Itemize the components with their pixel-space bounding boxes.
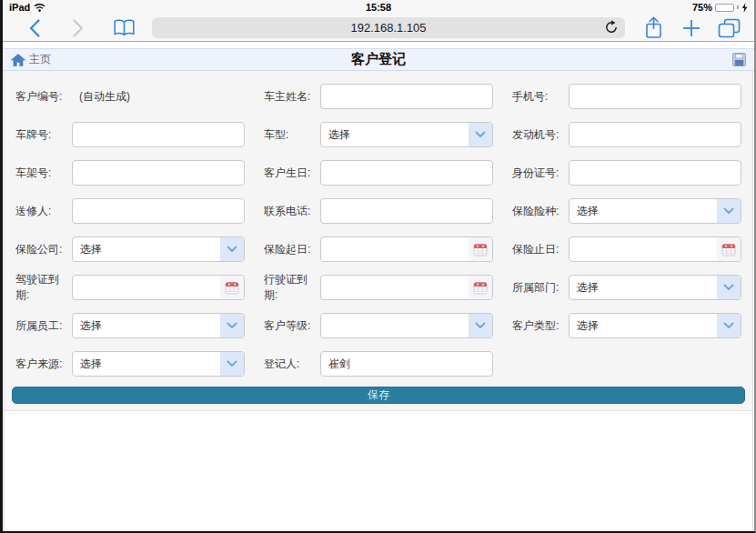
employee-label: 所属员工:: [15, 318, 72, 334]
insurance-type-label: 保险险种:: [512, 204, 569, 219]
plate-number-input[interactable]: [72, 122, 245, 147]
status-bar: iPad 15:58 75%: [3, 0, 754, 15]
insurance-start-date-label: 保险起日:: [264, 242, 320, 257]
drivers-license-expiry-input[interactable]: [72, 275, 245, 300]
address-bar[interactable]: 192.168.1.105: [152, 17, 625, 38]
employee-select[interactable]: 选择: [72, 313, 245, 338]
owner-name-label: 车主姓名:: [264, 89, 320, 105]
car-model-label: 车型:: [264, 127, 320, 143]
customer-type-select[interactable]: 选择: [569, 313, 741, 338]
bookmarks-icon[interactable]: [108, 19, 139, 37]
form-cell: 车牌号:: [15, 122, 264, 147]
car-model-select[interactable]: 选择: [320, 122, 493, 147]
chevron-down-icon[interactable]: [469, 123, 492, 146]
form-row: 所属员工:选择客户等级:客户类型:选择: [5, 307, 752, 345]
form-cell: 车型:选择: [264, 122, 512, 147]
field-value: 崔剑: [321, 357, 350, 372]
form-row: 保险公司:选择保险起日:保险止日:: [5, 230, 752, 268]
vehicle-license-expiry-label: 行驶证到期:: [264, 272, 320, 303]
insurance-company-select[interactable]: 选择: [72, 236, 245, 262]
form-cell: 发动机号:: [512, 122, 756, 147]
insurance-company-label: 保险公司:: [15, 242, 72, 257]
form-cell: 客户类型:选择: [512, 313, 756, 338]
chevron-down-icon[interactable]: [717, 199, 741, 223]
engine-number-label: 发动机号:: [512, 127, 569, 143]
form-cell: 客户编号:(自动生成): [15, 89, 264, 105]
share-icon[interactable]: [640, 16, 667, 39]
department-select[interactable]: 选择: [569, 275, 741, 300]
vin-number-label: 车架号:: [15, 166, 72, 181]
calendar-icon[interactable]: [469, 276, 492, 299]
engine-number-input[interactable]: [569, 122, 741, 147]
form-cell: 手机号:: [512, 84, 756, 109]
field-value: 选择: [321, 127, 350, 143]
customer-birthday-input[interactable]: [320, 160, 493, 186]
form-cell: 驾驶证到期:: [15, 272, 264, 303]
page-header: 主页 客户登记: [3, 48, 754, 71]
new-tab-icon[interactable]: [678, 19, 705, 37]
form-cell: 客户等级:: [264, 313, 512, 338]
field-value: 选择: [73, 357, 102, 372]
form-row: 客户来源:选择登记人:崔剑: [5, 345, 752, 383]
drivers-license-expiry-label: 驾驶证到期:: [15, 272, 72, 303]
ipad-safari-window: iPad 15:58 75%: [0, 0, 756, 533]
form-row: 送修人:联系电话:保险险种:选择: [5, 192, 752, 230]
customer-type-label: 客户类型:: [512, 318, 569, 334]
chevron-down-icon[interactable]: [469, 314, 492, 337]
form-cell: 客户来源:选择: [15, 351, 264, 377]
registrar-label: 登记人:: [264, 357, 320, 372]
calendar-icon[interactable]: [717, 237, 741, 261]
form-cell: 登记人:崔剑: [264, 351, 512, 377]
page-top-margin: [3, 42, 754, 48]
customer-level-select[interactable]: [320, 313, 493, 338]
back-button[interactable]: [21, 19, 48, 37]
vehicle-license-expiry-input[interactable]: [320, 275, 493, 300]
chevron-down-icon[interactable]: [220, 237, 244, 261]
calendar-icon[interactable]: [220, 276, 244, 299]
form-cell: 车架号:: [15, 160, 264, 186]
insurance-start-date-input[interactable]: [320, 236, 493, 262]
vin-number-input[interactable]: [72, 160, 245, 186]
contact-phone-label: 联系电话:: [264, 204, 320, 219]
insurance-type-select[interactable]: 选择: [569, 198, 741, 224]
customer-id-value: (自动生成): [72, 89, 130, 105]
calendar-icon[interactable]: [469, 237, 492, 261]
id-card-number-input[interactable]: [569, 160, 741, 186]
field-value: 选择: [570, 280, 599, 296]
mobile-number-input[interactable]: [569, 84, 741, 109]
chevron-down-icon[interactable]: [717, 276, 741, 299]
customer-level-label: 客户等级:: [264, 318, 320, 334]
owner-name-input[interactable]: [320, 84, 493, 109]
insurance-end-date-input[interactable]: [569, 236, 741, 262]
repair-sender-input[interactable]: [72, 198, 245, 224]
form-row: 车架号:客户生日:身份证号:: [5, 154, 752, 192]
empty-page-area: [5, 411, 752, 531]
registrar-input[interactable]: 崔剑: [320, 351, 493, 377]
chevron-down-icon[interactable]: [220, 352, 244, 376]
form-rows: 客户编号:(自动生成)车主姓名:手机号:车牌号:车型:选择发动机号:车架号:客户…: [5, 77, 752, 383]
customer-birthday-label: 客户生日:: [264, 166, 320, 181]
repair-sender-label: 送修人:: [15, 204, 72, 219]
contact-phone-input[interactable]: [320, 198, 493, 224]
save-button[interactable]: 保存: [12, 387, 745, 404]
forward-button[interactable]: [65, 19, 92, 37]
field-value: 选择: [570, 204, 599, 219]
form-cell: 送修人:: [15, 198, 264, 224]
tabs-icon[interactable]: [714, 18, 743, 38]
page-title: 客户登记: [3, 51, 754, 68]
field-value: 选择: [73, 242, 102, 257]
clock: 15:58: [3, 2, 754, 13]
form-cell: 身份证号:: [512, 160, 756, 186]
page-body: 客户编号:(自动生成)车主姓名:手机号:车牌号:车型:选择发动机号:车架号:客户…: [4, 71, 753, 531]
floppy-disk-icon: [732, 53, 746, 66]
customer-source-label: 客户来源:: [15, 357, 72, 372]
reload-icon[interactable]: [604, 20, 619, 35]
field-value: 选择: [73, 318, 102, 334]
chevron-down-icon[interactable]: [717, 314, 741, 337]
field-value: 选择: [570, 318, 599, 334]
form-row: 客户编号:(自动生成)车主姓名:手机号:: [5, 77, 752, 116]
form-cell: 联系电话:: [264, 198, 512, 224]
customer-source-select[interactable]: 选择: [72, 351, 245, 377]
save-icon-button[interactable]: [732, 53, 746, 66]
chevron-down-icon[interactable]: [220, 314, 244, 337]
